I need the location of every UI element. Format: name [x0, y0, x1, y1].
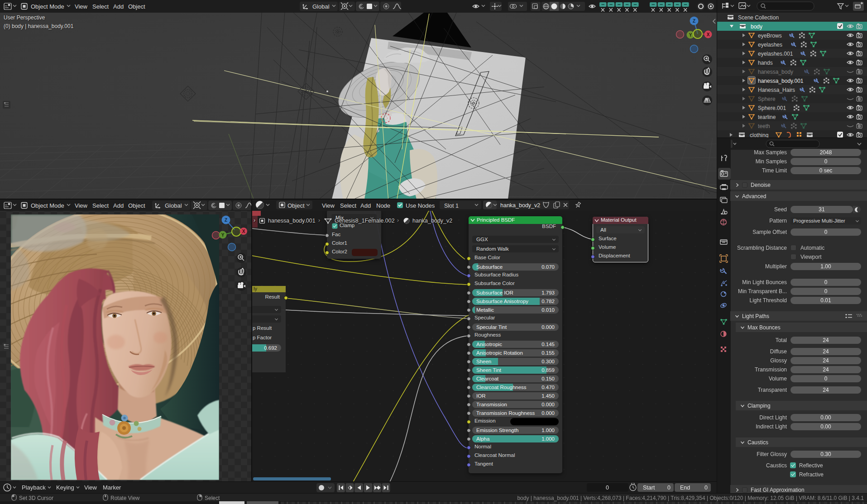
svg-text:0: 0	[704, 485, 708, 491]
svg-text:Playback: Playback	[22, 484, 46, 491]
svg-text:Set 3D Cursor: Set 3D Cursor	[19, 495, 53, 501]
svg-text:Marker: Marker	[103, 484, 121, 491]
svg-text:Rotate View: Rotate View	[110, 495, 140, 501]
svg-text:0: 0	[667, 485, 671, 491]
svg-text:End: End	[680, 485, 690, 491]
svg-text:Select: Select	[205, 495, 220, 501]
svg-text:body | hanessa_body.001 | Vert: body | hanessa_body.001 | Verts:4,268,07…	[517, 495, 864, 501]
svg-text:0: 0	[606, 485, 609, 491]
svg-text:Start: Start	[643, 485, 655, 491]
svg-text:Keying: Keying	[56, 484, 74, 491]
svg-text:View: View	[84, 484, 97, 491]
